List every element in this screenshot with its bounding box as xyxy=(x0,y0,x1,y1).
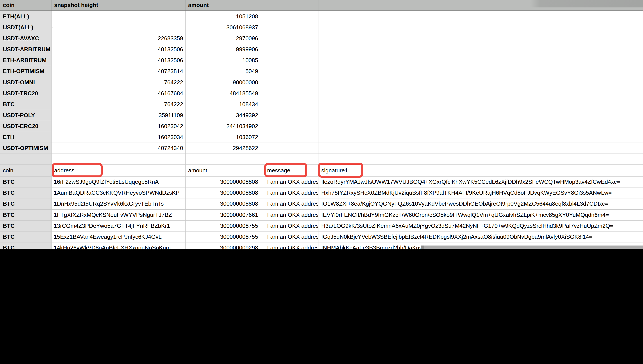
empty-cell[interactable] xyxy=(263,143,318,154)
snapshot-height-cell[interactable]: 40724340 xyxy=(52,143,185,154)
horizontal-scrollbar[interactable] xyxy=(421,246,643,249)
amount-cell[interactable]: 1051208 xyxy=(185,11,263,22)
table2-header-signature1[interactable]: signature1 xyxy=(318,165,643,176)
amount-cell[interactable]: 300000008808 xyxy=(185,198,263,209)
amount-cell[interactable]: 3061068937 xyxy=(185,22,263,33)
empty-cell[interactable] xyxy=(318,33,643,44)
empty-row-label-cell[interactable] xyxy=(0,154,52,164)
signature-cell[interactable]: IlezoRdyrYMAJwJfsUWW17WVUJBOQ4+XGxrQfciK… xyxy=(318,176,643,187)
signature-cell[interactable]: IO1W8ZXi+8ea/KgjOYQGNyFQZ6s10VyaKdVbePwe… xyxy=(318,198,643,209)
empty-cell[interactable] xyxy=(263,66,318,77)
snapshot-height-cell[interactable]: 16023042 xyxy=(52,121,185,132)
amount-cell[interactable]: 2970096 xyxy=(185,33,263,44)
empty-cell[interactable] xyxy=(318,88,643,99)
snapshot-height-cell[interactable]: - xyxy=(52,22,185,33)
empty-cell[interactable] xyxy=(263,121,318,132)
coin-cell[interactable]: ETH xyxy=(0,132,52,142)
empty-cell[interactable] xyxy=(318,121,643,132)
coin-cell[interactable]: USDT(ALL) xyxy=(0,22,52,33)
coin-cell[interactable]: BTC xyxy=(0,232,52,242)
table1-header-coin[interactable]: coin xyxy=(0,0,52,10)
address-cell[interactable]: 1AumBaQDRaCC3cKKQVRHeyvoSPWNdDzsKP xyxy=(52,188,185,198)
message-cell[interactable]: I am an OKX address xyxy=(263,232,318,242)
coin-cell[interactable]: BTC xyxy=(0,198,52,209)
empty-cell[interactable] xyxy=(318,11,643,22)
signature-cell[interactable]: IGqJ5qN0kBjcYVebW3SBEfejibpEfBzcf4REDKpg… xyxy=(318,232,643,242)
coin-cell[interactable]: USDT-ERC20 xyxy=(0,121,52,132)
coin-cell[interactable]: ETH-ARBITRUM xyxy=(0,55,52,66)
coin-cell[interactable]: USDT-TRC20 xyxy=(0,88,52,99)
signature-cell[interactable]: Hxh75IYZRxySHcX0ZBMdKjUv2iquBsfF8fXP9alT… xyxy=(318,188,643,198)
table1-header-snapshot-height[interactable]: snapshot height xyxy=(52,0,185,10)
address-cell[interactable]: 16rF2zwSJ9goQ9fZfYoti5LsUqqegb5RnA xyxy=(52,176,185,187)
empty-cell[interactable] xyxy=(263,33,318,44)
coin-cell[interactable]: ETH-OPTIMISM xyxy=(0,66,52,77)
snapshot-height-cell[interactable]: - xyxy=(52,11,185,22)
empty-cell[interactable] xyxy=(318,77,643,88)
coin-cell[interactable]: BTC xyxy=(0,242,52,249)
amount-cell[interactable]: 300000008808 xyxy=(185,176,263,187)
coin-cell[interactable]: BTC xyxy=(0,99,52,110)
snapshot-height-cell[interactable]: 764222 xyxy=(52,99,185,110)
snapshot-height-cell[interactable]: 35911109 xyxy=(52,110,185,121)
coin-cell[interactable]: BTC xyxy=(0,176,52,187)
coin-cell[interactable]: USDT-OPTIMISM xyxy=(0,143,52,154)
empty-cell[interactable] xyxy=(263,99,318,110)
empty-cell[interactable] xyxy=(263,110,318,121)
coin-cell[interactable]: BTC xyxy=(0,210,52,220)
signature-cell[interactable]: IEVYl0rFENCft/hBdY9fmGKzcT/W60Orpn/cSO5k… xyxy=(318,210,643,220)
empty-cell[interactable] xyxy=(263,88,318,99)
coin-cell[interactable]: BTC xyxy=(0,188,52,198)
coin-cell[interactable]: USDT-OMNI xyxy=(0,77,52,88)
amount-cell[interactable]: 484185549 xyxy=(185,88,263,99)
coin-cell[interactable]: USDT-POLY xyxy=(0,110,52,121)
amount-cell[interactable]: 300000008755 xyxy=(185,232,263,242)
empty-cell[interactable] xyxy=(318,99,643,110)
snapshot-height-cell[interactable]: 22683359 xyxy=(52,33,185,44)
amount-cell[interactable]: 300000008808 xyxy=(185,188,263,198)
table2-header-coin[interactable]: coin xyxy=(0,165,52,176)
coin-cell[interactable]: USDT-AVAXC xyxy=(0,33,52,44)
snapshot-height-cell[interactable]: 40723814 xyxy=(52,66,185,77)
empty-cell[interactable] xyxy=(263,11,318,22)
empty-cell[interactable] xyxy=(318,143,643,154)
message-cell[interactable]: I am an OKX address xyxy=(263,220,318,231)
empty-cell[interactable] xyxy=(185,154,263,164)
empty-cell[interactable] xyxy=(318,55,643,66)
table1-header-empty-d[interactable] xyxy=(263,0,318,10)
coin-cell[interactable]: ETH(ALL) xyxy=(0,11,52,22)
empty-cell[interactable] xyxy=(263,55,318,66)
empty-cell[interactable] xyxy=(263,132,318,142)
amount-cell[interactable]: 10085 xyxy=(185,55,263,66)
empty-cell[interactable] xyxy=(318,110,643,121)
table1-header-amount[interactable]: amount xyxy=(185,0,263,10)
amount-cell[interactable]: 2441034902 xyxy=(185,121,263,132)
amount-cell[interactable]: 9999906 xyxy=(185,44,263,55)
coin-cell[interactable]: BTC xyxy=(0,220,52,231)
empty-cell[interactable] xyxy=(318,154,643,164)
empty-cell[interactable] xyxy=(263,22,318,33)
amount-cell[interactable]: 300000007661 xyxy=(185,210,263,220)
address-cell[interactable]: 1DnHx95d2t5URq2SYvVk6kxGryvTEbTnTs xyxy=(52,198,185,209)
address-cell[interactable]: 13rCGm4Z3PDeYwo5a7GTT4jFYnRFBZbKr1 xyxy=(52,220,185,231)
coin-cell[interactable]: USDT-ARBITRUM xyxy=(0,44,52,55)
amount-cell[interactable]: 1036072 xyxy=(185,132,263,142)
address-cell[interactable]: 1FTgXfXZRxMQcKSNeuFvWYVPsNgurTJ7BZ xyxy=(52,210,185,220)
address-cell[interactable]: 15Exz1BAVan4Eweagy1rcPJnfyc6KJ4GvL xyxy=(52,232,185,242)
message-cell[interactable]: I am an OKX address xyxy=(263,198,318,209)
empty-cell[interactable] xyxy=(263,77,318,88)
address-cell[interactable]: 14kHu26vWkVD8gAnBfcFXHXxgquNoSpKum xyxy=(52,242,185,249)
empty-cell[interactable] xyxy=(263,44,318,55)
snapshot-height-cell[interactable]: 40132506 xyxy=(52,55,185,66)
amount-cell[interactable]: 300000009298 xyxy=(185,242,263,249)
snapshot-height-cell[interactable]: 764222 xyxy=(52,77,185,88)
empty-cell[interactable] xyxy=(318,132,643,142)
empty-cell[interactable] xyxy=(318,22,643,33)
message-cell[interactable]: I am an OKX address xyxy=(263,188,318,198)
empty-cell[interactable] xyxy=(318,66,643,77)
amount-cell[interactable]: 3449392 xyxy=(185,110,263,121)
amount-cell[interactable]: 90000000 xyxy=(185,77,263,88)
snapshot-height-cell[interactable]: 46167684 xyxy=(52,88,185,99)
message-cell[interactable]: I am an OKX address xyxy=(263,242,318,249)
message-cell[interactable]: I am an OKX address xyxy=(263,176,318,187)
